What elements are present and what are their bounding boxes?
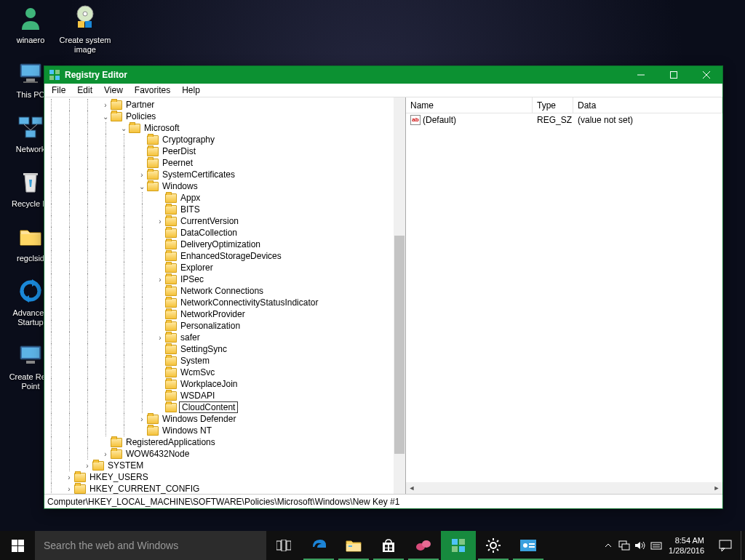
scroll-left-icon[interactable]: ◄ [406,482,418,494]
col-data[interactable]: Data [573,97,722,113]
taskbar-app2[interactable] [511,531,546,560]
col-type[interactable]: Type [533,97,573,113]
svg-rect-40 [385,548,388,551]
expand-icon[interactable]: › [155,332,165,343]
taskbar-edge[interactable] [301,531,336,560]
tree-node[interactable]: ⌄Policies [46,111,394,122]
tree-scrollbar[interactable] [394,97,405,494]
menu-file[interactable]: File [46,84,71,96]
expand-icon[interactable]: › [82,460,92,471]
tree-node[interactable]: ›IPSec [46,273,394,285]
collapse-icon[interactable]: ⌄ [119,123,129,133]
menu-help[interactable]: Help [176,84,206,96]
list-body: ab (Default) REG_SZ (value not set) [406,113,722,482]
tree-node[interactable]: ·Windows NT [46,425,394,436]
taskbar-app1[interactable] [406,531,441,560]
expand-icon[interactable]: › [155,274,165,284]
tree-node[interactable]: ·DeliveryOptimization [46,239,394,250]
tray-chevron-up-icon[interactable] [600,531,616,560]
tree-node[interactable]: ·Personalization [46,320,394,332]
tree-node[interactable]: ·DataCollection [46,227,394,239]
expand-icon[interactable]: › [64,484,74,494]
tree-node[interactable]: ·Explorer [46,262,394,273]
svg-rect-6 [32,117,42,124]
maximize-button[interactable] [657,66,690,84]
tree-node[interactable]: ›SYSTEM [46,460,394,471]
col-name[interactable]: Name [406,97,533,113]
tree-node[interactable]: ›CurrentVersion [46,215,394,227]
tree-pane[interactable]: ›Partner⌄Policies⌄Microsoft·Cryptography… [44,97,406,494]
tree-node-label[interactable]: CloudContent [179,401,238,413]
folder-icon [165,205,177,215]
tree-node[interactable]: ·Appx [46,192,394,204]
taskbar-file-explorer[interactable] [336,531,371,560]
tray-network-icon[interactable] [616,531,632,560]
tree-node[interactable]: ·PeerDist [46,145,394,157]
start-button[interactable] [0,531,35,560]
menu-view[interactable]: View [98,84,129,96]
tree-node[interactable]: ›HKEY_USERS [46,471,394,483]
action-center-button[interactable] [710,531,741,560]
tree-node[interactable]: ⌄Microsoft [46,122,394,134]
menu-edit[interactable]: Edit [71,84,98,96]
expand-icon[interactable]: › [100,100,111,110]
scroll-thumb[interactable] [394,236,405,454]
taskbar-regedit[interactable] [441,531,476,560]
expand-icon[interactable]: › [137,169,147,180]
tree-node[interactable]: ›safer [46,332,394,343]
tree-node[interactable]: ·BITS [46,204,394,215]
tree-node-label: Cryptography [161,135,216,145]
search-input[interactable]: Search the web and Windows [35,531,266,560]
expand-icon[interactable]: › [137,414,147,424]
tree-node[interactable]: ·SettingSync [46,343,394,355]
expand-icon[interactable]: › [155,216,165,226]
task-view-button[interactable] [266,531,301,560]
tree-node[interactable]: ·RegisteredApplications [46,436,394,448]
tree-node[interactable]: ›HKEY_CURRENT_CONFIG [46,483,394,494]
tray-volume-icon[interactable] [632,531,648,560]
taskbar-store[interactable] [371,531,406,560]
folder-icon [165,380,177,389]
tree-node[interactable]: ·Network Connections [46,285,394,297]
tree-node[interactable]: ·System [46,355,394,367]
tree-node-label: EnhancedStorageDevices [179,251,283,261]
menu-favorites[interactable]: Favorites [129,84,176,96]
value-row[interactable]: ab (Default) REG_SZ (value not set) [406,113,722,126]
tree-node-label: WorkplaceJoin [179,379,239,389]
tree-node[interactable]: ·NetworkConnectivityStatusIndicator [46,297,394,308]
tree-node[interactable]: ›SystemCertificates [46,169,394,180]
expand-icon[interactable]: › [100,449,111,459]
tree-node[interactable]: ·Cryptography [46,134,394,145]
tree-node[interactable]: ·WorkplaceJoin [46,378,394,390]
tree-node[interactable]: ›Windows Defender [46,413,394,425]
folder-icon [147,415,159,424]
titlebar[interactable]: Registry Editor [44,66,722,84]
tree-node[interactable]: ·EnhancedStorageDevices [46,250,394,262]
clock[interactable]: 8:54 AM 1/28/2016 [666,531,710,560]
show-desktop-button[interactable] [741,531,745,560]
close-button[interactable] [690,66,722,84]
taskbar-settings[interactable] [476,531,511,560]
tree-node[interactable]: ·Peernet [46,157,394,169]
tree-node[interactable]: ·NetworkProvider [46,308,394,320]
value-list-pane[interactable]: Name Type Data ab (Default) REG_SZ (valu… [406,97,722,494]
folder-icon [165,228,177,238]
tree-node[interactable]: ·WSDAPI [46,390,394,401]
expand-icon[interactable]: › [64,472,74,482]
minimize-button[interactable] [624,66,657,84]
list-hscrollbar[interactable]: ◄ ► [406,482,722,494]
tree-node[interactable]: ›Partner [46,99,394,111]
tree-node[interactable]: ·WcmSvc [46,367,394,378]
tree-node[interactable]: ·CloudContent [46,401,394,413]
tree-node[interactable]: ⌄Windows [46,180,394,192]
tree-node-label: Personalization [179,321,242,331]
tree-node[interactable]: ›WOW6432Node [46,448,394,460]
collapse-icon[interactable]: ⌄ [137,181,147,191]
desktop-icon-winaero[interactable]: winaero [4,2,57,45]
tray-input-icon[interactable] [648,531,664,560]
scroll-right-icon[interactable]: ► [711,482,722,494]
folder-icon [147,159,159,168]
desktop-icon-create-system-image[interactable]: Create system image [58,2,112,55]
collapse-icon[interactable]: ⌄ [100,111,111,121]
clock-time: 8:54 AM [675,535,704,545]
